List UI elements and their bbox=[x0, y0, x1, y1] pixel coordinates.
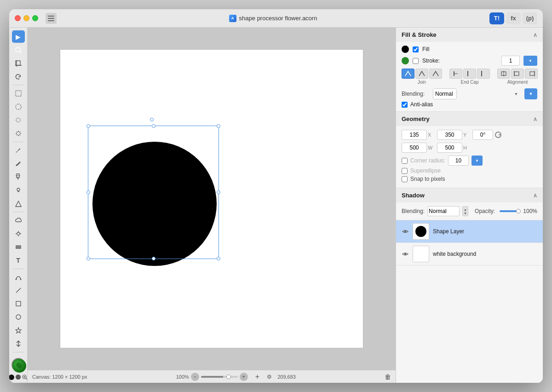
layer-item-shape[interactable]: Shape Layer bbox=[396, 220, 543, 243]
shadow-blend-arrows[interactable]: ▲ ▼ bbox=[462, 206, 468, 216]
antialias-checkbox[interactable] bbox=[402, 102, 408, 108]
settings-btn[interactable]: ⚙ bbox=[267, 374, 272, 380]
layer-item-background[interactable]: white background bbox=[396, 243, 543, 265]
join-btn-2[interactable] bbox=[415, 69, 428, 79]
tool-ellipse-select[interactable] bbox=[12, 100, 25, 113]
tool-zoom[interactable] bbox=[12, 44, 25, 56]
handle-tl[interactable] bbox=[86, 124, 90, 128]
zoom-in-btn[interactable]: + bbox=[240, 373, 248, 381]
corner-radius-checkbox[interactable] bbox=[402, 158, 408, 164]
fill-stroke-chevron: ∧ bbox=[533, 32, 537, 38]
endcap-btn-2[interactable] bbox=[463, 69, 476, 79]
align-btn-1[interactable] bbox=[497, 69, 510, 79]
p-btn[interactable]: (p) bbox=[523, 12, 537, 24]
zoom-slider[interactable] bbox=[201, 376, 238, 378]
join-btn-3[interactable] bbox=[429, 69, 442, 79]
tool-cloud[interactable] bbox=[12, 214, 25, 226]
tool-rect-shape[interactable] bbox=[12, 241, 25, 253]
blending-dropdown-btn[interactable]: ▼ bbox=[524, 88, 537, 99]
geo-h-input[interactable] bbox=[437, 143, 462, 153]
fill-stroke-header[interactable]: Fill & Stroke ∧ bbox=[396, 28, 543, 42]
blending-select[interactable]: Normal Multiply Screen Overlay bbox=[433, 88, 457, 99]
handle-tr[interactable] bbox=[217, 124, 220, 128]
rotation-circle[interactable] bbox=[495, 132, 501, 138]
shadow-blending-label: Blending: bbox=[402, 208, 425, 214]
canvas-statusbar: Canvas: 1200 × 1200 px 100% − + + ⚙ 209,… bbox=[28, 370, 396, 383]
tool-magic-wand[interactable] bbox=[12, 127, 25, 140]
svg-point-18 bbox=[16, 152, 17, 153]
fill-color-dot[interactable] bbox=[402, 46, 409, 53]
stroke-dropdown[interactable] bbox=[523, 56, 537, 66]
sidebar-toggle[interactable] bbox=[46, 13, 57, 24]
canvas-viewport[interactable] bbox=[28, 28, 396, 370]
opacity-slider[interactable] bbox=[500, 210, 518, 212]
layer-eye-shape[interactable] bbox=[402, 228, 409, 235]
handle-bl[interactable] bbox=[86, 257, 90, 260]
tool-ellipse-outline[interactable] bbox=[12, 311, 25, 323]
align-btn-2[interactable] bbox=[511, 69, 524, 79]
tool-btn[interactable]: T! bbox=[489, 12, 504, 24]
tool-arrow[interactable] bbox=[12, 338, 25, 350]
corner-radius-input[interactable] bbox=[448, 156, 469, 166]
tool-brush[interactable] bbox=[12, 157, 25, 170]
shadow-header[interactable]: Shadow ∧ bbox=[396, 188, 543, 202]
corner-radius-dropdown[interactable] bbox=[472, 156, 483, 166]
tool-text[interactable]: T bbox=[12, 254, 25, 266]
fx-btn[interactable]: fx bbox=[506, 12, 521, 24]
tool-line[interactable] bbox=[12, 284, 25, 297]
align-btn-3[interactable] bbox=[525, 69, 538, 79]
geo-w-input[interactable] bbox=[402, 143, 427, 153]
stroke-input[interactable] bbox=[501, 56, 520, 66]
rotate-handle[interactable] bbox=[150, 118, 154, 121]
zoom-tool[interactable] bbox=[22, 374, 28, 380]
geometry-chevron: ∧ bbox=[533, 116, 537, 122]
foreground-color[interactable] bbox=[9, 375, 14, 380]
tool-smudge[interactable] bbox=[12, 184, 25, 196]
minimize-button[interactable] bbox=[23, 15, 29, 21]
geo-y-input[interactable] bbox=[437, 130, 462, 140]
shadow-blend-input[interactable] bbox=[427, 206, 460, 216]
tool-select[interactable]: ▶ bbox=[12, 30, 25, 43]
tool-crop[interactable] bbox=[12, 57, 25, 69]
geometry-header[interactable]: Geometry ∧ bbox=[396, 112, 543, 126]
trash-btn[interactable]: 🗑 bbox=[385, 373, 391, 380]
add-layer-btn[interactable]: + bbox=[255, 373, 259, 381]
opacity-label: Opacity: bbox=[475, 208, 495, 214]
fill-checkbox[interactable] bbox=[413, 46, 419, 52]
background-color[interactable] bbox=[16, 375, 21, 380]
tool-paint-bucket[interactable] bbox=[12, 171, 25, 183]
join-btns bbox=[402, 69, 442, 79]
snap-checkbox[interactable] bbox=[402, 176, 408, 182]
tool-sun[interactable] bbox=[12, 227, 25, 240]
handle-ml[interactable] bbox=[86, 190, 90, 194]
geo-rotation-input[interactable] bbox=[472, 130, 493, 140]
color-swatch[interactable] bbox=[12, 358, 25, 372]
stroke-checkbox[interactable] bbox=[413, 58, 419, 64]
join-btn-1[interactable] bbox=[402, 69, 414, 79]
svg-marker-33 bbox=[16, 328, 21, 333]
tool-rect-outline[interactable] bbox=[12, 298, 25, 310]
handle-tc[interactable] bbox=[152, 124, 155, 128]
superellipse-checkbox[interactable] bbox=[402, 168, 408, 174]
tool-star[interactable] bbox=[12, 324, 25, 337]
tool-pen[interactable] bbox=[12, 144, 25, 156]
tool-rect-select[interactable] bbox=[12, 87, 25, 99]
svg-point-9 bbox=[16, 104, 21, 110]
stroke-color-dot[interactable] bbox=[402, 57, 409, 64]
close-button[interactable] bbox=[15, 15, 21, 21]
geo-x-input[interactable] bbox=[402, 130, 427, 140]
svg-point-49 bbox=[404, 231, 406, 232]
svg-rect-8 bbox=[16, 91, 21, 96]
maximize-button[interactable] bbox=[32, 15, 38, 21]
zoom-out-btn[interactable]: − bbox=[191, 373, 199, 381]
handle-bc[interactable] bbox=[152, 257, 155, 260]
tool-shape2[interactable] bbox=[12, 197, 25, 210]
tool-lasso[interactable] bbox=[12, 114, 25, 127]
handle-br[interactable] bbox=[217, 257, 220, 260]
endcap-btn-3[interactable] bbox=[477, 69, 490, 79]
layer-eye-background[interactable] bbox=[402, 250, 409, 258]
tool-bezier[interactable] bbox=[12, 271, 25, 283]
endcap-btn-1[interactable] bbox=[449, 69, 462, 79]
tool-rotate[interactable] bbox=[12, 70, 25, 83]
handle-mr[interactable] bbox=[217, 190, 220, 194]
